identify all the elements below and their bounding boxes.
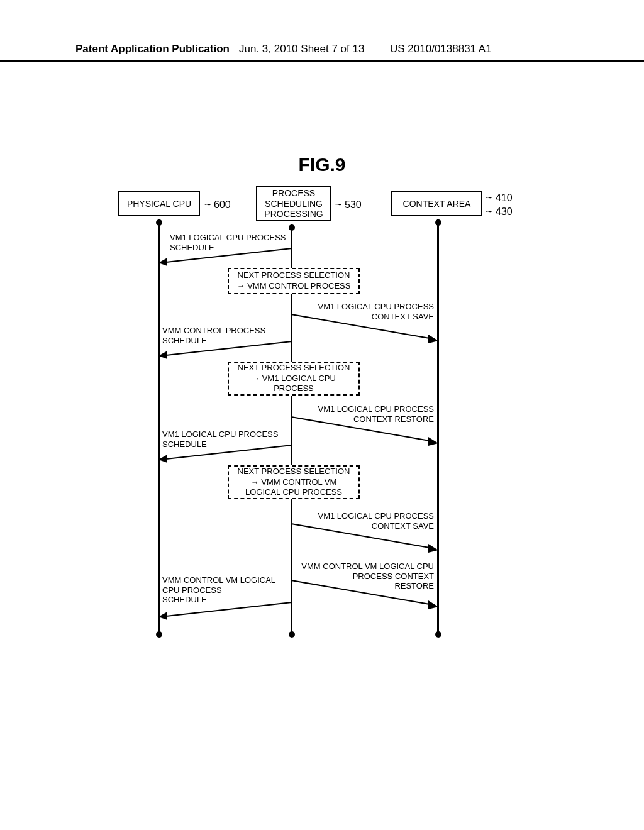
physical-cpu-label: PHYSICAL CPU <box>127 199 191 209</box>
page-header: Patent Application Publication Jun. 3, 2… <box>0 43 644 62</box>
context-area-ref-410: 410 <box>496 192 513 204</box>
next-process-3: NEXT PROCESS SELECTION → VMM CONTROL VM … <box>228 465 360 499</box>
svg-marker-13 <box>428 600 438 609</box>
physical-cpu-box: PHYSICAL CPU <box>118 191 200 216</box>
arrow-icon <box>291 417 438 445</box>
process-scheduling-ref: 530 <box>345 199 362 211</box>
svg-marker-3 <box>428 335 438 343</box>
physical-cpu-ref: 600 <box>214 199 231 211</box>
arrow-icon <box>158 248 292 267</box>
process-scheduling-box: PROCESS SCHEDULING PROCESSING <box>256 186 331 221</box>
header-center: Jun. 3, 2010 Sheet 7 of 13 <box>239 43 364 55</box>
tilde-icon: ~ <box>335 198 342 211</box>
svg-line-14 <box>166 602 292 616</box>
figure-title: FIG.9 <box>298 154 345 175</box>
process-scheduling-label: PROCESS SCHEDULING PROCESSING <box>264 188 323 219</box>
header-left: Patent Application Publication <box>75 43 230 55</box>
tilde-icon: ~ <box>486 191 492 204</box>
arrow-icon <box>291 524 438 552</box>
physical-cpu-lifeline <box>158 219 160 634</box>
arrow-icon <box>158 602 292 621</box>
lifeline-dot <box>435 631 441 638</box>
context-area-label: CONTEXT AREA <box>403 199 471 209</box>
svg-line-8 <box>166 445 292 459</box>
svg-marker-15 <box>158 612 167 620</box>
tilde-icon: ~ <box>204 198 211 211</box>
svg-line-0 <box>166 248 292 262</box>
context-area-ref-430: 430 <box>496 206 513 218</box>
svg-line-12 <box>291 580 430 604</box>
svg-line-10 <box>291 524 430 548</box>
svg-line-4 <box>166 341 292 355</box>
msg-vmm-control-vm-schedule: VMM CONTROL VM LOGICAL CPU PROCESS SCHED… <box>162 575 275 605</box>
svg-marker-9 <box>158 455 167 463</box>
arrow-icon <box>291 580 438 609</box>
lifeline-dot <box>289 631 295 638</box>
svg-marker-11 <box>428 544 438 553</box>
arrow-icon <box>158 341 292 360</box>
tilde-icon: ~ <box>486 205 492 218</box>
svg-marker-1 <box>158 258 167 266</box>
arrow-icon <box>158 445 292 464</box>
lifeline-dot <box>156 631 162 638</box>
arrow-icon <box>291 314 438 343</box>
context-area-box: CONTEXT AREA <box>391 191 482 216</box>
svg-line-2 <box>291 314 430 338</box>
header-right: US 2010/0138831 A1 <box>390 43 492 55</box>
next-process-1: NEXT PROCESS SELECTION → VMM CONTROL PRO… <box>228 268 360 294</box>
next-process-2: NEXT PROCESS SELECTION → VM1 LOGICAL CPU… <box>228 362 360 396</box>
svg-line-6 <box>291 417 430 441</box>
svg-marker-5 <box>158 351 167 359</box>
svg-marker-7 <box>428 437 438 446</box>
